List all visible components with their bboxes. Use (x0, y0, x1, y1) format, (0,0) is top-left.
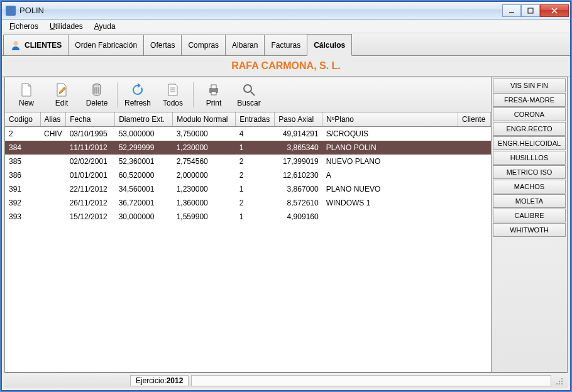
col-entradas[interactable]: Entradas (236, 112, 275, 127)
delete-icon (89, 82, 104, 97)
toolbar-separator (193, 82, 194, 107)
tab-clientes[interactable]: CLIENTES (3, 35, 69, 55)
svg-point-21 (559, 383, 560, 384)
side-panel: VIS SIN FINFRESA-MADRECORONAENGR.RECTOEN… (492, 77, 567, 372)
titlebar: POLIN (2, 2, 570, 19)
svg-line-16 (251, 92, 255, 95)
side-button-engr-recto[interactable]: ENGR.RECTO (493, 122, 566, 136)
col-paso[interactable]: Paso Axial (275, 112, 322, 127)
tab-facturas[interactable]: Facturas (264, 35, 307, 55)
svg-point-17 (561, 378, 563, 379)
col-cliente[interactable]: Cliente (458, 112, 491, 127)
resize-grip-icon[interactable] (554, 376, 564, 386)
todos-button[interactable]: Todos (155, 79, 190, 111)
table-row[interactable]: 39122/11/201234,5600011,23000013,867000P… (5, 182, 491, 196)
print-icon (206, 82, 221, 97)
col-codigo[interactable]: Codigo (5, 112, 40, 127)
side-button-metrico-iso[interactable]: METRICO ISO (493, 165, 566, 179)
content-area: New Edit Delete Refresh Todos (4, 77, 568, 373)
side-button-engr-helicoidal[interactable]: ENGR.HELICOIDAL (493, 136, 566, 150)
side-button-calibre[interactable]: CALIBRE (493, 209, 566, 222)
app-icon (6, 6, 16, 16)
side-button-husilllos[interactable]: HUSILLLOS (493, 151, 566, 165)
header-row: Codigo Alias Fecha Diametro Ext. Modulo … (5, 112, 491, 127)
print-button[interactable]: Print (196, 79, 231, 111)
svg-point-22 (561, 383, 563, 384)
tab-compras[interactable]: Compras (181, 35, 226, 55)
tab-orden-fabricacion[interactable]: Orden Fabricación (68, 35, 144, 55)
company-name: RAFA CARMONA, S. L. (2, 56, 570, 77)
todos-icon (165, 82, 180, 97)
table-row[interactable]: 2CHIV03/10/199553,0000003,750000449,9142… (5, 127, 491, 141)
col-nplano[interactable]: NºPlano (322, 112, 458, 127)
toolbar-separator (117, 82, 118, 107)
table-row[interactable]: 38502/02/200152,3600012,754560217,399019… (5, 155, 491, 168)
new-icon (19, 82, 34, 97)
col-diametro[interactable]: Diametro Ext. (115, 112, 173, 127)
buscar-button[interactable]: Buscar (231, 79, 267, 111)
side-button-moleta[interactable]: MOLETA (493, 194, 566, 208)
edit-button[interactable]: Edit (44, 79, 79, 111)
svg-rect-1 (528, 8, 533, 13)
person-icon (10, 40, 21, 51)
table-row[interactable]: 39315/12/201230,0000001,55990014,909160 (5, 210, 491, 224)
menu-ayuda[interactable]: Ayuda (89, 21, 121, 32)
edit-icon (54, 82, 69, 97)
col-fecha[interactable]: Fecha (66, 112, 115, 127)
statusbar: Ejercicio:2012 (4, 373, 568, 388)
tabbar: CLIENTES Orden Fabricación Ofertas Compr… (2, 33, 570, 56)
svg-rect-14 (211, 92, 216, 95)
col-modulo[interactable]: Modulo Normal (173, 112, 236, 127)
table-row[interactable]: 39226/11/201236,7200011,36000028,572610W… (5, 196, 491, 210)
main-pane: New Edit Delete Refresh Todos (5, 77, 492, 372)
window-title: POLIN (19, 6, 502, 15)
table-row[interactable]: 38601/01/200160,5200002,000000212,610230… (5, 168, 491, 182)
delete-button[interactable]: Delete (79, 79, 114, 111)
search-icon (241, 82, 256, 97)
tab-ofertas[interactable]: Ofertas (143, 35, 182, 55)
tab-albaran[interactable]: Albaran (225, 35, 265, 55)
side-button-fresa-madre[interactable]: FRESA-MADRE (493, 93, 566, 107)
status-ejercicio: Ejercicio:2012 (130, 375, 189, 386)
toolbar: New Edit Delete Refresh Todos (5, 77, 491, 112)
svg-point-4 (14, 41, 18, 46)
new-button[interactable]: New (9, 79, 44, 111)
svg-point-18 (559, 381, 560, 382)
menu-utilidades[interactable]: Utilidades (45, 21, 88, 32)
svg-rect-13 (211, 85, 216, 89)
side-button-whitwoth[interactable]: WHITWOTH (493, 223, 566, 237)
refresh-icon (130, 82, 145, 97)
svg-point-20 (556, 383, 558, 384)
refresh-button[interactable]: Refresh (120, 79, 155, 111)
menubar: Ficheros Utilidades Ayuda (2, 19, 570, 33)
side-button-corona[interactable]: CORONA (493, 107, 566, 121)
side-button-machos[interactable]: MACHOS (493, 180, 566, 193)
minimize-button[interactable] (502, 4, 521, 17)
side-button-vis-sin-fin[interactable]: VIS SIN FIN (493, 79, 566, 92)
table-row[interactable]: 38411/11/201252,2999991,23000013,865340P… (5, 141, 491, 155)
tab-calculos[interactable]: Cálculos (307, 34, 352, 56)
svg-point-15 (244, 85, 251, 92)
col-alias[interactable]: Alias (40, 112, 66, 127)
menu-ficheros[interactable]: Ficheros (4, 21, 43, 32)
close-button[interactable] (540, 4, 569, 17)
status-empty (191, 375, 551, 386)
svg-point-19 (561, 381, 563, 382)
maximize-button[interactable] (521, 4, 540, 17)
app-window: POLIN Ficheros Utilidades Ayuda CLIENTES… (1, 1, 571, 391)
data-grid[interactable]: Codigo Alias Fecha Diametro Ext. Modulo … (5, 112, 491, 372)
